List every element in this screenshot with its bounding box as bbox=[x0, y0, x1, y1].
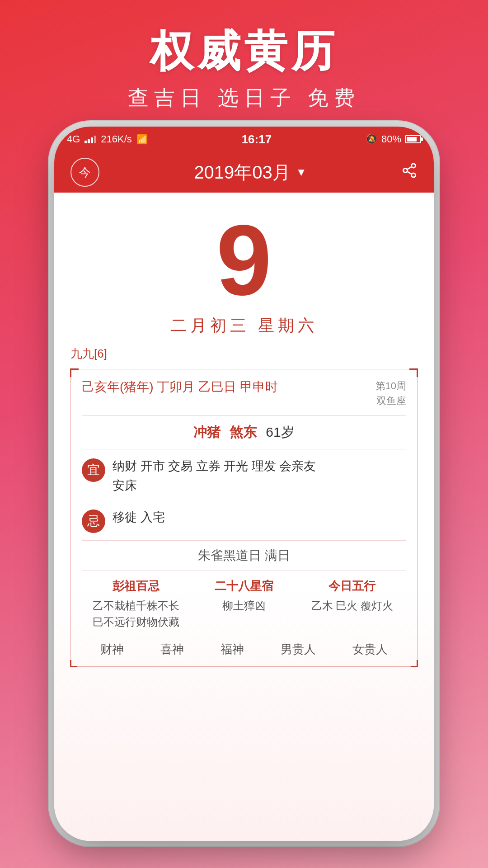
phone-mockup: 4G 216K/s 📶 16:17 🔕 80% 今 2019年03月 ▼ bbox=[54, 127, 434, 841]
app-header: 今 2019年03月 ▼ bbox=[54, 152, 434, 193]
big-day-number: 9 bbox=[54, 211, 434, 310]
info-section: 九九[6] 己亥年(猪年) 丁卯月 乙巳日 甲申时 第10周 双鱼座 冲猪 煞东 bbox=[54, 346, 434, 841]
age-label: 61岁 bbox=[266, 423, 294, 442]
star-content: 柳土獐凶 bbox=[190, 598, 298, 614]
chong-sha-row: 冲猪 煞东 61岁 bbox=[82, 416, 406, 449]
status-time: 16:17 bbox=[242, 132, 272, 146]
dropdown-arrow-icon: ▼ bbox=[296, 166, 307, 179]
god-caíshen: 财神 bbox=[100, 642, 124, 657]
week-zodiac: 第10周 双鱼座 bbox=[375, 378, 406, 408]
ganzhi-row: 己亥年(猪年) 丁卯月 乙巳日 甲申时 第10周 双鱼座 bbox=[82, 378, 406, 416]
main-title: 权威黄历 bbox=[0, 27, 488, 75]
star-col: 二十八星宿 柳土獐凶 bbox=[190, 578, 298, 630]
signal-bars bbox=[84, 136, 96, 143]
main-content: 9 二月初三 星期六 九九[6] 己亥年(猪年) 丁卯月 乙巳日 甲申时 第10… bbox=[54, 193, 434, 841]
three-col-row: 彭祖百忌 乙不栽植千株不长巳不远行财物伏藏 二十八星宿 柳土獐凶 今日五行 乙木… bbox=[82, 571, 406, 635]
month-selector[interactable]: 2019年03月 ▼ bbox=[194, 160, 306, 185]
date-display: 9 二月初三 星期六 bbox=[54, 193, 434, 346]
god-nv-guiren: 女贵人 bbox=[352, 642, 388, 657]
wuxing-content: 乙木 巳火 覆灯火 bbox=[298, 598, 406, 614]
status-left: 4G 216K/s 📶 bbox=[67, 133, 148, 145]
star-title: 二十八星宿 bbox=[190, 578, 298, 594]
sha-label: 煞东 bbox=[230, 423, 257, 442]
svg-line-4 bbox=[407, 166, 412, 169]
chong-label: 冲猪 bbox=[193, 423, 221, 442]
network-label: 4G bbox=[67, 133, 80, 145]
yi-row: 宜 纳财 开市 交易 立券 开光 理发 会亲友安床 bbox=[82, 449, 406, 503]
sub-title: 查吉日 选日子 免费 bbox=[0, 84, 488, 112]
day-name-row: 朱雀黑道日 满日 bbox=[82, 541, 406, 571]
battery-fill bbox=[407, 137, 417, 142]
pengzu-title: 彭祖百忌 bbox=[82, 578, 190, 594]
zodiac-label: 双鱼座 bbox=[375, 393, 406, 408]
wuxing-title: 今日五行 bbox=[298, 578, 406, 594]
month-display: 2019年03月 bbox=[194, 160, 290, 185]
lunar-date-label: 二月初三 星期六 bbox=[54, 315, 434, 337]
alarm-icon: 🔕 bbox=[366, 133, 378, 145]
yi-badge: 宜 bbox=[82, 458, 105, 482]
ganzhi-label: 己亥年(猪年) 丁卯月 乙巳日 甲申时 bbox=[82, 378, 278, 396]
god-xishen: 喜神 bbox=[160, 642, 184, 657]
ji-row: 忌 移徙 入宅 bbox=[82, 503, 406, 541]
gods-row: 财神 喜神 福神 男贵人 女贵人 bbox=[82, 635, 406, 657]
speed-label: 216K/s bbox=[101, 133, 132, 145]
pengzu-col: 彭祖百忌 乙不栽植千株不长巳不远行财物伏藏 bbox=[82, 578, 190, 630]
battery-icon bbox=[405, 135, 421, 143]
week-label: 第10周 bbox=[375, 378, 406, 393]
pengzu-content: 乙不栽植千株不长巳不远行财物伏藏 bbox=[82, 598, 190, 630]
status-right: 🔕 80% bbox=[366, 133, 421, 145]
yi-content: 纳财 开市 交易 立券 开光 理发 会亲友安床 bbox=[113, 457, 316, 495]
share-button[interactable] bbox=[401, 162, 418, 183]
almanac-card: 己亥年(猪年) 丁卯月 乙巳日 甲申时 第10周 双鱼座 冲猪 煞东 61岁 宜… bbox=[70, 369, 418, 667]
battery-percent: 80% bbox=[381, 133, 401, 145]
svg-line-3 bbox=[407, 171, 412, 174]
wuxing-col: 今日五行 乙木 巳火 覆灯火 bbox=[298, 578, 406, 630]
nine-nine-label: 九九[6] bbox=[70, 346, 418, 362]
status-bar: 4G 216K/s 📶 16:17 🔕 80% bbox=[54, 127, 434, 152]
ji-badge: 忌 bbox=[82, 509, 105, 533]
card-corner-bl bbox=[70, 660, 77, 667]
card-corner-br bbox=[411, 660, 418, 667]
today-button[interactable]: 今 bbox=[70, 158, 99, 187]
wifi-icon: 📶 bbox=[136, 134, 148, 145]
god-nan-guiren: 男贵人 bbox=[281, 642, 316, 657]
ji-content: 移徙 入宅 bbox=[113, 508, 165, 527]
god-fushen: 福神 bbox=[221, 642, 244, 657]
